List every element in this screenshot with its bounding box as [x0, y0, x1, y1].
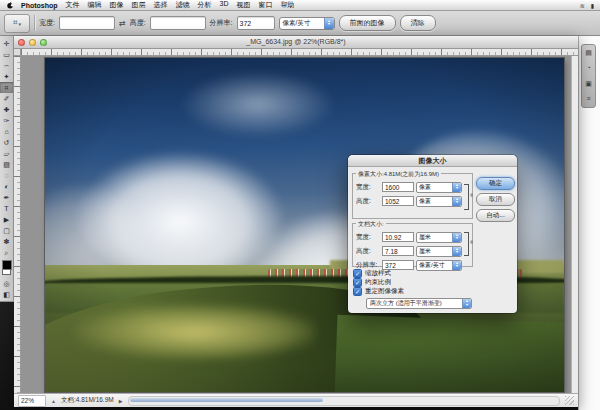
unit-select[interactable]: 像素/英寸	[416, 260, 462, 271]
menu-item[interactable]: 帮助	[281, 0, 295, 10]
panel-history-icon[interactable]: ◔	[586, 64, 590, 72]
resample-method-select[interactable]: 两次立方 (适用于平滑渐变)	[366, 298, 472, 309]
dimension-row: 高度: 7.18 厘米	[353, 244, 472, 258]
battery-icon[interactable]: ▮	[591, 2, 594, 9]
dodge-tool[interactable]: ◐	[0, 181, 13, 192]
quick-selection-tool[interactable]: ✦	[0, 71, 13, 82]
checkbox-row[interactable]: 约束比例	[353, 278, 404, 287]
stepper-icon[interactable]	[452, 233, 461, 242]
document-status-bar: 22% 文档:4.81M/16.9M	[14, 393, 578, 407]
foreground-color-swatch[interactable]	[2, 260, 12, 270]
history-brush-tool[interactable]: ↺	[0, 137, 13, 148]
stepper-icon[interactable]	[452, 183, 461, 192]
status-menu-arrow-icon[interactable]	[119, 397, 123, 404]
width-input[interactable]	[59, 16, 115, 30]
vertical-ruler[interactable]	[14, 56, 21, 393]
shape-tool[interactable]: ▢	[0, 225, 13, 236]
stepper-icon[interactable]	[462, 299, 471, 308]
clone-stamp-tool[interactable]: ⌂	[0, 126, 13, 137]
height-label: 高度:	[130, 18, 146, 28]
wifi-icon[interactable]: ≋	[580, 2, 585, 9]
dialog-titlebar[interactable]: 图像大小	[348, 155, 517, 167]
panel-navigator-icon[interactable]: ▤	[585, 49, 592, 57]
stepper-icon[interactable]	[452, 261, 461, 270]
menu-item[interactable]: 文件	[66, 0, 80, 10]
menu-item[interactable]: 编辑	[88, 0, 102, 10]
panel-color-icon[interactable]: ▣	[585, 80, 592, 88]
vertical-scrollbar[interactable]	[571, 56, 578, 393]
screen-mode-button[interactable]: ◧	[0, 289, 13, 300]
checkbox-icon[interactable]	[353, 287, 362, 296]
clear-button[interactable]: 清除	[400, 15, 436, 31]
zoom-level-field[interactable]: 22%	[18, 395, 46, 407]
menu-item[interactable]: 视图	[237, 0, 251, 10]
gradient-tool[interactable]: ▨	[0, 159, 13, 170]
resolution-input[interactable]: 372	[237, 16, 275, 30]
panel-layers-icon[interactable]: ≡	[586, 95, 590, 103]
crop-tool[interactable]: ⌗	[0, 82, 13, 93]
scrollbar-thumb[interactable]	[130, 398, 324, 402]
document-titlebar[interactable]: _MG_6634.jpg @ 22%(RGB/8*)	[14, 36, 578, 49]
stepper-icon[interactable]	[324, 18, 334, 29]
menu-item[interactable]: 滤镜	[176, 0, 190, 10]
checkbox-row[interactable]: 重定图像像素	[353, 287, 404, 296]
unit-select[interactable]: 厘米	[416, 246, 462, 257]
stepper-icon[interactable]	[452, 247, 461, 256]
path-selection-tool[interactable]: ▶	[0, 214, 13, 225]
hand-tool[interactable]: ✽	[0, 236, 13, 247]
dimension-row: 宽度: 10.92 厘米	[353, 230, 472, 244]
menu-bar: Photoshop 文件编辑图像图层选择滤镜分析3D视图窗口帮助 ≋▮	[0, 0, 600, 11]
pen-tool[interactable]: ✒	[0, 192, 13, 203]
zoom-tool[interactable]: ⌕	[0, 247, 13, 258]
checkbox-row[interactable]: 缩放样式	[353, 269, 404, 278]
value-input[interactable]: 10.92	[382, 232, 414, 242]
crop-tool-preset-button[interactable]: ⌗	[4, 14, 30, 33]
lasso-tool[interactable]: ∽	[0, 60, 13, 71]
menu-item[interactable]: 图像	[110, 0, 124, 10]
type-tool[interactable]: T	[0, 203, 13, 214]
checkbox-icon[interactable]	[353, 269, 362, 278]
app-menu[interactable]: Photoshop	[21, 2, 58, 9]
cancel-button[interactable]: 取消	[476, 193, 515, 206]
menu-item[interactable]: 窗口	[259, 0, 273, 10]
swap-dimensions-icon[interactable]	[119, 19, 126, 28]
horizontal-scrollbar[interactable]	[128, 396, 560, 406]
ok-button[interactable]: 确定	[476, 177, 515, 190]
unit-select[interactable]: 像素	[416, 182, 462, 193]
color-swatches[interactable]	[1, 260, 12, 276]
eraser-tool[interactable]: ▱	[0, 148, 13, 159]
stepper-icon[interactable]	[452, 197, 461, 206]
menu-item[interactable]: 图层	[132, 0, 146, 10]
move-tool[interactable]: ✛	[0, 38, 13, 49]
healing-brush-tool[interactable]: ✚	[0, 104, 13, 115]
resolution-label: 分辨率:	[210, 18, 233, 28]
value-input[interactable]: 1600	[382, 182, 414, 192]
value-input[interactable]: 1052	[382, 196, 414, 206]
marquee-tool[interactable]: ▭	[0, 49, 13, 60]
front-image-button[interactable]: 前面的图像	[339, 15, 396, 31]
menu-item[interactable]: 选择	[154, 0, 168, 10]
divider	[34, 15, 35, 31]
blur-tool[interactable]: ◌	[0, 170, 13, 181]
checkbox-icon[interactable]	[353, 278, 362, 287]
brush-tool[interactable]: ✑	[0, 115, 13, 126]
value-input[interactable]: 7.18	[382, 246, 414, 256]
resize-grip[interactable]	[565, 396, 574, 405]
horizontal-ruler[interactable]	[21, 49, 578, 56]
menu-items: 文件编辑图像图层选择滤镜分析3D视图窗口帮助	[66, 0, 295, 10]
height-input[interactable]	[150, 16, 206, 30]
quick-mask-button[interactable]: ◎	[0, 278, 13, 289]
tool-list: ✛▭∽✦⌗✐✚✑⌂↺▱▨◌◐✒T▶▢✽⌕	[0, 38, 13, 258]
unit-select[interactable]: 像素	[416, 196, 462, 207]
auto-button[interactable]: 自动...	[476, 209, 515, 222]
eyedropper-tool[interactable]: ✐	[0, 93, 13, 104]
resolution-unit-select[interactable]: 像素/英寸	[279, 17, 335, 30]
chevron-down-icon	[19, 19, 22, 28]
unit-select[interactable]: 厘米	[416, 232, 462, 243]
document-title: _MG_6634.jpg @ 22%(RGB/8*)	[14, 38, 578, 45]
menu-item[interactable]: 分析	[198, 0, 212, 10]
apple-menu-icon[interactable]	[6, 1, 14, 9]
menu-item[interactable]: 3D	[220, 0, 229, 10]
pixel-dimensions-group: 像素大小:4.81M(之前为16.9M) 宽度: 1600 像素 高度: 105…	[352, 173, 473, 219]
status-popup-icon[interactable]	[51, 397, 56, 404]
